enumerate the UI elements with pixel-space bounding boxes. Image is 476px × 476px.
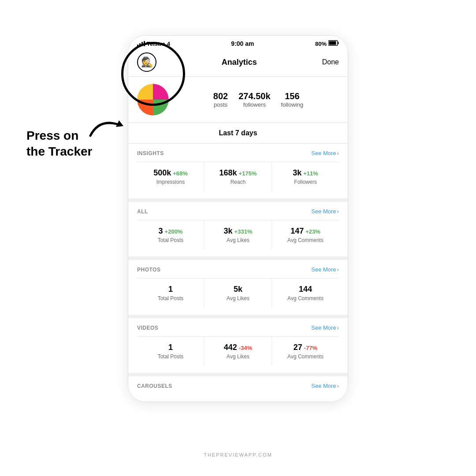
page-wrapper: Press on the Tracker Telstra 4 9:00 am: [0, 0, 476, 476]
avatar-cell-4: [153, 100, 169, 115]
insights-section: INSIGHTS See More › 500k +68% Impression…: [128, 144, 348, 202]
time-label: 9:00 am: [231, 40, 254, 47]
photos-see-more[interactable]: See More ›: [311, 266, 339, 273]
svg-rect-2: [338, 42, 339, 44]
followers-count: 274.50k: [238, 91, 270, 101]
all-section: ALL See More › 3 +200% Total Posts 3k: [128, 202, 348, 260]
all-total-posts-stat: 3 +200% Total Posts: [137, 220, 205, 249]
posts-count: 802: [213, 91, 228, 101]
phone-container: Telstra 4 9:00 am 80% 🕵 Analytics: [128, 35, 348, 402]
followers-stat: 274.50k followers: [238, 91, 270, 108]
status-bar: Telstra 4 9:00 am 80%: [128, 36, 348, 50]
all-title: ALL: [137, 208, 148, 215]
profile-stats: 802 posts 274.50k followers 156 followin…: [178, 91, 339, 108]
battery-icon: [328, 40, 339, 47]
chevron-right-icon: ›: [337, 324, 339, 331]
period-label: Last 7 days: [219, 129, 257, 137]
signal-strength: 4: [167, 41, 170, 47]
arrow-icon: [86, 109, 126, 146]
all-avg-likes-stat: 3k +331% Avg Likes: [205, 220, 272, 249]
tracker-button[interactable]: 🕵: [137, 52, 156, 72]
following-label: following: [281, 101, 304, 108]
footer-text: THEPREVIEWAPP.COM: [204, 452, 272, 457]
insights-see-more[interactable]: See More ›: [311, 150, 339, 156]
profile-avatar: [137, 84, 169, 115]
all-see-more[interactable]: See More ›: [311, 208, 339, 215]
photos-avg-comments-stat: 144 Avg Comments: [272, 279, 339, 308]
videos-avg-comments-stat: 27 -77% Avg Comments: [272, 337, 339, 366]
all-header: ALL See More ›: [137, 202, 339, 220]
carousels-title: CAROUSELS: [137, 383, 172, 389]
battery-percent: 80%: [315, 41, 327, 47]
nav-title: Analytics: [222, 58, 257, 67]
photos-total-posts-stat: 1 Total Posts: [137, 279, 205, 308]
avatar-grid: [137, 84, 169, 115]
all-avg-comments-stat: 147 +23% Avg Comments: [272, 220, 339, 249]
videos-stats: 1 Total Posts 442 -34% Avg Likes 27 -77%: [137, 336, 339, 366]
reach-stat: 168k +175% Reach: [205, 162, 272, 191]
status-right: 80%: [315, 40, 339, 47]
photos-avg-likes-stat: 5k Avg Likes: [205, 279, 272, 308]
videos-section: VIDEOS See More › 1 Total Posts 442 -34%: [128, 318, 348, 376]
tracker-icon: 🕵: [141, 56, 153, 68]
done-button[interactable]: Done: [322, 58, 339, 66]
impressions-stat: 500k +68% Impressions: [137, 162, 205, 191]
avatar-cell-1: [137, 84, 153, 100]
avatar-cell-3: [137, 100, 153, 115]
chevron-right-icon: ›: [337, 150, 339, 156]
videos-header: VIDEOS See More ›: [137, 318, 339, 336]
all-stats: 3 +200% Total Posts 3k +331% Avg Likes 1…: [137, 220, 339, 249]
carousels-see-more[interactable]: See More ›: [311, 383, 339, 389]
videos-see-more[interactable]: See More ›: [311, 324, 339, 331]
photos-section: PHOTOS See More › 1 Total Posts 5k: [128, 260, 348, 318]
status-left: Telstra 4: [137, 41, 170, 47]
posts-label: posts: [214, 101, 227, 108]
svg-rect-3: [329, 41, 336, 45]
videos-avg-likes-stat: 442 -34% Avg Likes: [205, 337, 272, 366]
insights-title: INSIGHTS: [137, 150, 164, 156]
videos-total-posts-stat: 1 Total Posts: [137, 337, 205, 366]
nav-bar: 🕵 Analytics Done: [128, 50, 348, 77]
avatar-cell-2: [153, 84, 169, 100]
following-stat: 156 following: [281, 91, 304, 108]
chevron-right-icon: ›: [337, 383, 339, 389]
insights-header: INSIGHTS See More ›: [137, 144, 339, 162]
following-count: 156: [285, 91, 299, 101]
chevron-right-icon: ›: [337, 208, 339, 215]
photos-stats: 1 Total Posts 5k Avg Likes 144 Avg Comme…: [137, 278, 339, 308]
photos-title: PHOTOS: [137, 267, 160, 273]
insights-stats: 500k +68% Impressions 168k +175% Reach 3…: [137, 162, 339, 191]
chevron-right-icon: ›: [337, 266, 339, 273]
followers-label: followers: [243, 101, 266, 108]
signal-icon: [137, 41, 145, 46]
carousels-section: CAROUSELS See More ›: [128, 376, 348, 402]
page-footer: THEPREVIEWAPP.COM: [0, 450, 476, 458]
followers-gain-stat: 3k +11% Followers: [272, 162, 339, 191]
profile-section: 802 posts 274.50k followers 156 followin…: [128, 77, 348, 123]
carousels-header: CAROUSELS See More ›: [137, 376, 339, 394]
photos-header: PHOTOS See More ›: [137, 260, 339, 278]
videos-title: VIDEOS: [137, 325, 158, 331]
period-section: Last 7 days: [128, 123, 348, 144]
carrier-label: Telstra: [147, 41, 165, 47]
posts-stat: 802 posts: [213, 91, 228, 108]
